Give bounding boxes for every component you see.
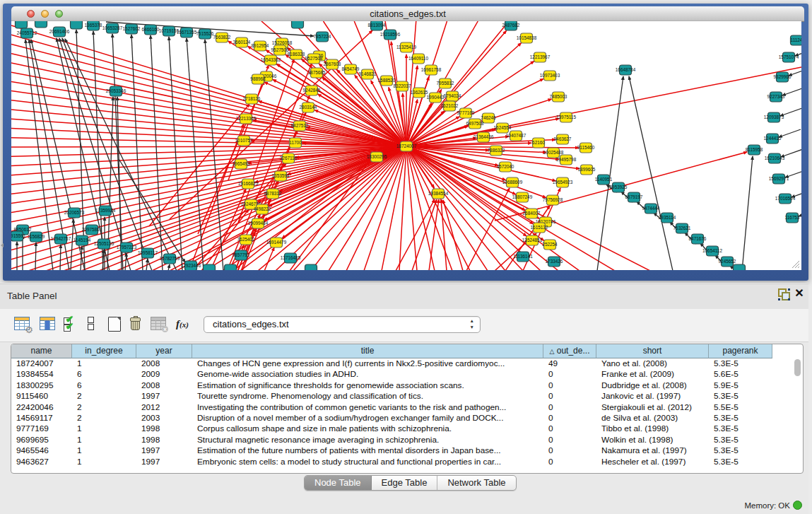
- graph-node-label: 8427512: [291, 123, 309, 128]
- column-header-short[interactable]: short: [596, 344, 709, 358]
- graph-node-label: 24055712: [17, 30, 37, 35]
- float-panel-icon[interactable]: [778, 288, 790, 300]
- graph-edge-black[interactable]: [35, 243, 36, 270]
- graph-edge-black[interactable]: [629, 76, 673, 270]
- column-header-out_de[interactable]: △ out_de...: [543, 344, 596, 358]
- memory-status-label: Memory: OK: [744, 501, 790, 510]
- graph-node-label: 16914479: [266, 240, 287, 245]
- graph-node-label: 12093873: [764, 115, 784, 119]
- graph-node-label: 19654923: [553, 180, 573, 185]
- graph-node-label: 6879197: [625, 194, 643, 199]
- graph-node-label: 16543362: [261, 57, 281, 62]
- graph-node-label: 9245652: [719, 259, 736, 264]
- table-row[interactable]: 1872400712008Changes of HCN gene express…: [11, 358, 774, 369]
- graph-node[interactable]: [734, 264, 746, 270]
- table-selector-dropdown[interactable]: citations_edges.txt ▲▼: [204, 316, 481, 333]
- table-row[interactable]: 977716911998Corpus callosum shape and si…: [11, 424, 774, 434]
- tab-network-table[interactable]: Network Table: [437, 476, 515, 490]
- graph-node-label: 10154838: [517, 35, 537, 40]
- graph-node-label: 10958117: [138, 250, 158, 255]
- tab-node-table[interactable]: Node Table: [305, 476, 372, 490]
- table-row[interactable]: 969969511998Structural magnetic resonanc…: [11, 435, 774, 445]
- graph-node[interactable]: [71, 21, 83, 29]
- graph-edge-black[interactable]: [187, 38, 204, 270]
- delete-table-icon[interactable]: x: [151, 317, 166, 330]
- cell-short: Stergiakouli et al. (2012): [601, 402, 707, 413]
- graph-edge-black[interactable]: [779, 129, 801, 137]
- graph-node[interactable]: [225, 264, 237, 270]
- cell-short: Jankovic et al. (1997): [601, 391, 707, 402]
- graph-edge-black[interactable]: [112, 34, 123, 270]
- close-panel-icon[interactable]: ✕: [793, 287, 806, 300]
- cell-out_de: 0: [548, 413, 594, 424]
- graph-edge-black[interactable]: [782, 88, 801, 95]
- cell-title: Embryonic stem cells: a model to study s…: [197, 457, 541, 467]
- sash-collapse-icon[interactable]: [1, 243, 4, 247]
- graph-edge-red[interactable]: [406, 146, 559, 159]
- resize-grip-icon[interactable]: [790, 259, 800, 269]
- graph-node-label: 10407487: [506, 133, 526, 138]
- graph-edge-black[interactable]: [146, 259, 148, 270]
- cell-pagerank: 5.3E-5: [714, 391, 770, 402]
- graph-edge-black[interactable]: [742, 156, 753, 270]
- graph-node[interactable]: [204, 264, 216, 270]
- network-window-titlebar[interactable]: citations_edges.txt: [11, 6, 804, 22]
- delete-columns-icon[interactable]: [129, 317, 141, 330]
- cell-name: 9115460: [16, 391, 70, 402]
- graph-node-label: 7625402: [237, 237, 255, 242]
- column-header-in_degree[interactable]: in_degree: [72, 344, 136, 358]
- graph-edge-red[interactable]: [391, 42, 406, 146]
- table-row[interactable]: 946554611997Estimation of the future num…: [11, 445, 774, 456]
- table-row[interactable]: 1830029562008Estimation of significance …: [11, 380, 774, 391]
- graph-edge-red[interactable]: [11, 146, 406, 250]
- graph-node-label: 1990443: [427, 95, 445, 100]
- cell-title: Disruption of a novel member of a sodium…: [197, 413, 541, 424]
- graph-node-label: 1353594: [272, 173, 290, 178]
- graph-node-label: 62160: [532, 140, 545, 145]
- memory-status-icon[interactable]: [793, 501, 802, 510]
- table-row[interactable]: 2242004622012Investigating the contribut…: [11, 402, 774, 413]
- column-header-title[interactable]: title: [192, 344, 543, 358]
- table-row[interactable]: 946362711997Embryonic stem cells: a mode…: [11, 457, 774, 467]
- graph-edge-red[interactable]: [429, 199, 439, 270]
- column-header-name[interactable]: name: [11, 344, 72, 358]
- graph-node[interactable]: [35, 21, 47, 28]
- graph-node-label: 4498222: [254, 206, 271, 211]
- cell-short: Yano et al. (2008): [601, 358, 707, 369]
- show-columns-icon[interactable]: [40, 317, 55, 330]
- network-canvas[interactable]: 2405571220691406136537810653287152760264…: [11, 21, 801, 270]
- graph-node-label: 8115958: [746, 147, 763, 152]
- graph-edge-black[interactable]: [60, 245, 61, 270]
- table-row[interactable]: 911546021997Tourette syndrome. Phenomeno…: [11, 391, 774, 402]
- graph-edge-black[interactable]: [76, 30, 85, 270]
- graph-node-label: 9227343: [767, 94, 785, 99]
- cell-out_de: 0: [548, 424, 594, 434]
- table-mode-icon[interactable]: ⚙: [14, 317, 30, 330]
- column-header-pagerank[interactable]: pagerank: [709, 344, 772, 358]
- graph-node-label: 12505135: [94, 241, 114, 246]
- graph-node-label: 8454749: [342, 66, 360, 71]
- row-height-icon[interactable]: [88, 317, 95, 331]
- table-vertical-scrollbar[interactable]: [794, 359, 801, 376]
- graph-node-label: 9474444: [642, 206, 660, 211]
- graph-node[interactable]: [292, 21, 304, 28]
- tab-edge-table[interactable]: Edge Table: [372, 476, 438, 490]
- column-header-year[interactable]: year: [136, 344, 192, 358]
- table-row[interactable]: 1938455462009Genome-wide association stu…: [11, 369, 774, 380]
- select-columns-icon[interactable]: ✔✔: [64, 317, 78, 331]
- graph-edge-red[interactable]: [11, 146, 406, 147]
- graph-node-label: 6794024: [444, 93, 461, 98]
- graph-node[interactable]: [305, 264, 317, 270]
- new-column-icon[interactable]: [108, 317, 121, 332]
- graph-edge-black[interactable]: [168, 264, 170, 270]
- graph-node-label: 7632621: [673, 226, 691, 230]
- function-builder-icon[interactable]: f(x): [176, 317, 189, 330]
- graph-edge-black[interactable]: [62, 38, 152, 270]
- cell-year: 2012: [141, 402, 190, 413]
- graph-node-label: 8912954: [252, 43, 269, 48]
- cell-out_de: 49: [548, 358, 594, 369]
- table-row[interactable]: 1456911722003Disruption of a novel membe…: [11, 413, 774, 424]
- graph-node[interactable]: [16, 21, 28, 28]
- graph-node-label: 17016504: [775, 196, 796, 201]
- network-graph: 2405571220691406136537810653287152760264…: [11, 21, 801, 270]
